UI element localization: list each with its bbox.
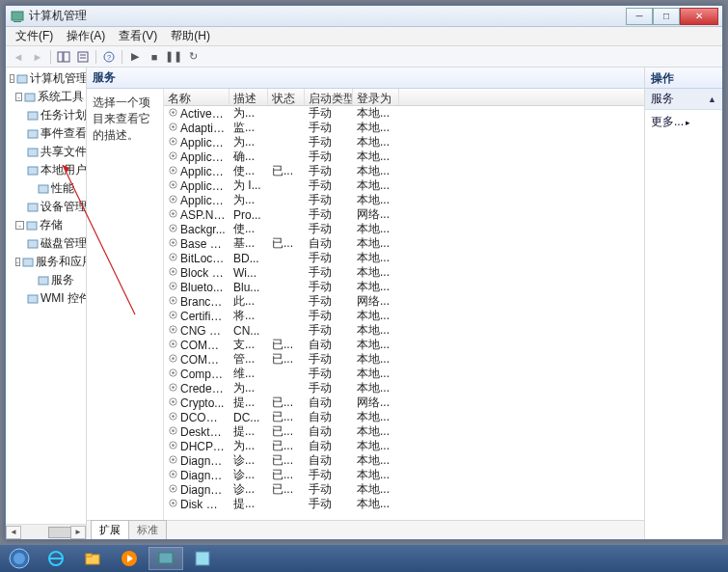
scroll-track[interactable]: [21, 526, 70, 539]
back-button[interactable]: ◄: [10, 48, 27, 66]
svc-name: CNG K...: [180, 324, 227, 338]
tree-item[interactable]: -服务和应用程: [6, 253, 86, 271]
table-row[interactable]: DHCP ...为...已...自动本地...: [164, 439, 644, 453]
table-row[interactable]: Applica...为...手动本地...: [164, 193, 644, 207]
table-row[interactable]: Base Fil...基...已...自动本地...: [164, 236, 644, 251]
tree-expander[interactable]: -: [15, 258, 20, 266]
gear-icon: [168, 122, 178, 132]
titlebar[interactable]: 计算机管理 ─ □ ✕: [6, 6, 722, 27]
close-button[interactable]: ✕: [680, 8, 718, 25]
tree-item[interactable]: 事件查看器: [6, 124, 86, 143]
table-row[interactable]: Branch...此...手动网络...: [164, 294, 644, 309]
svc-name: Applica...: [180, 194, 228, 207]
tab-extended[interactable]: 扩展: [91, 520, 129, 539]
table-row[interactable]: DCOM ...DC...已...自动本地...: [164, 410, 644, 424]
table-row[interactable]: Creden...为...手动本地...: [164, 381, 644, 395]
start-button[interactable]: ▶: [126, 48, 144, 66]
table-row[interactable]: Crypto...提...已...自动网络...: [164, 395, 644, 410]
actions-more[interactable]: 更多... ▸: [645, 110, 722, 134]
table-row[interactable]: ActiveX...为...手动本地...: [164, 106, 644, 121]
table-row[interactable]: Deskto...提...已...自动本地...: [164, 424, 644, 439]
menu-action[interactable]: 操作(A): [61, 26, 111, 46]
taskbar-ie-icon[interactable]: [39, 547, 73, 570]
table-row[interactable]: Applica...确...手动本地...: [164, 150, 644, 164]
tree-item[interactable]: 任务计划程: [6, 106, 86, 124]
restart-button[interactable]: ↻: [184, 48, 202, 66]
tree-item[interactable]: 磁盘管理: [6, 234, 86, 253]
tree-item[interactable]: -系统工具: [6, 88, 86, 106]
tree-item[interactable]: 性能: [6, 179, 86, 198]
taskbar-explorer-icon[interactable]: [75, 547, 110, 570]
table-row[interactable]: Disk De...提...手动本地...: [164, 497, 644, 511]
tree-item[interactable]: -存储: [6, 216, 86, 234]
taskbar-media-icon[interactable]: [112, 547, 147, 570]
tree-expander[interactable]: -: [15, 221, 24, 230]
chevron-up-icon[interactable]: ▲: [708, 95, 716, 104]
table-row[interactable]: Block L...Wi...手动本地...: [164, 265, 644, 280]
tree-item[interactable]: 设备管理器: [6, 198, 86, 216]
svc-name: Disk De...: [180, 498, 229, 511]
svg-point-75: [172, 487, 175, 490]
table-row[interactable]: Diagno...诊...已...手动本地...: [164, 468, 644, 482]
svg-point-29: [172, 154, 175, 157]
tree-item[interactable]: WMI 控件: [6, 289, 86, 308]
tab-standard[interactable]: 标准: [128, 520, 167, 539]
table-row[interactable]: BitLock...BD...手动本地...: [164, 251, 644, 265]
table-row[interactable]: Diagno...诊...已...自动本地...: [164, 453, 644, 468]
table-row[interactable]: Adaptiv...监...手动本地...: [164, 121, 644, 135]
svc-desc: Pro...: [229, 208, 268, 222]
actions-pane: 操作 服务 ▲ 更多... ▸: [645, 68, 722, 539]
col-startup[interactable]: 启动类型: [305, 89, 353, 105]
tree-scrollbar[interactable]: ◄ ►: [6, 524, 86, 539]
taskbar-mmc-icon[interactable]: [148, 547, 183, 570]
table-row[interactable]: Applica...为...手动本地...: [164, 135, 644, 150]
pause-button[interactable]: ❚❚: [165, 48, 182, 66]
taskbar-app-icon[interactable]: [185, 547, 220, 570]
window-frame: 计算机管理 ─ □ ✕ 文件(F) 操作(A) 查看(V) 帮助(H) ◄ ► …: [5, 5, 723, 540]
tree-item[interactable]: 共享文件夹: [6, 143, 86, 161]
forward-button[interactable]: ►: [29, 48, 46, 66]
properties-button[interactable]: [74, 48, 92, 66]
menu-file[interactable]: 文件(F): [10, 26, 59, 46]
svc-name: Applica...: [180, 179, 228, 193]
show-hide-button[interactable]: [55, 48, 72, 66]
gear-icon: [168, 396, 178, 407]
scroll-left-button[interactable]: ◄: [6, 526, 21, 539]
table-row[interactable]: Diagno...诊...已...手动本地...: [164, 482, 644, 497]
table-row[interactable]: Blueto...Blu...手动本地...: [164, 280, 644, 294]
minimize-button[interactable]: ─: [626, 8, 653, 25]
col-desc[interactable]: 描述: [229, 89, 268, 105]
table-row[interactable]: ASP.NE...Pro...手动网络...: [164, 207, 644, 222]
menu-help[interactable]: 帮助(H): [165, 26, 216, 46]
table-row[interactable]: Compu...维...手动本地...: [164, 367, 644, 381]
stop-button[interactable]: ■: [146, 48, 163, 66]
tree-item[interactable]: 本地用户和: [6, 161, 86, 179]
col-status[interactable]: 状态: [268, 89, 305, 105]
svc-name: Diagno...: [180, 483, 227, 497]
col-name[interactable]: 名称: [164, 89, 229, 105]
table-row[interactable]: Applica...使...已...手动本地...: [164, 164, 644, 178]
taskbar[interactable]: [0, 545, 728, 572]
table-row[interactable]: COM+ ...管...已...手动本地...: [164, 352, 644, 367]
app-icon: [10, 9, 25, 24]
table-row[interactable]: CNG K...CN...手动本地...: [164, 323, 644, 338]
table-row[interactable]: Applica...为 I...手动本地...: [164, 178, 644, 193]
table-row[interactable]: Backgr...使...手动本地...: [164, 222, 644, 236]
table-row[interactable]: COM+ ...支...已...自动本地...: [164, 338, 644, 352]
tree-expander[interactable]: -: [15, 93, 22, 101]
svg-point-53: [172, 328, 175, 331]
tree-item[interactable]: 服务: [6, 271, 86, 289]
list-rows[interactable]: ActiveX...为...手动本地...Adaptiv...监...手动本地.…: [164, 106, 644, 520]
menu-view[interactable]: 查看(V): [113, 26, 163, 46]
tree-expander[interactable]: -: [10, 74, 14, 83]
help-button[interactable]: ?: [100, 48, 118, 66]
start-orb[interactable]: [2, 547, 37, 570]
maximize-button[interactable]: □: [653, 8, 680, 25]
tree-item[interactable]: -计算机管理(本: [6, 69, 86, 88]
svg-point-35: [172, 198, 175, 201]
col-logon[interactable]: 登录为: [353, 89, 399, 105]
tree-node-icon: [26, 220, 38, 232]
scroll-thumb[interactable]: [48, 527, 71, 538]
scroll-right-button[interactable]: ►: [70, 526, 86, 539]
table-row[interactable]: Certific...将...手动本地...: [164, 309, 644, 323]
